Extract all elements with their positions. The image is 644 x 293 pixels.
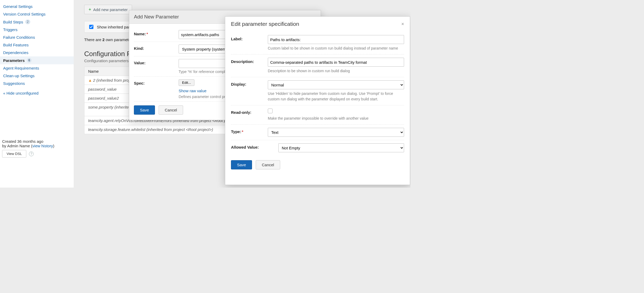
sidebar-item-cleanup[interactable]: Clean-up Settings xyxy=(0,72,74,80)
created-meta: Created 36 months ago by Admin Name (vie… xyxy=(2,139,71,148)
spec-type-label: Type:* xyxy=(231,128,268,134)
warning-icon: ▲ xyxy=(88,78,92,82)
app-root: General Settings Version Control Setting… xyxy=(0,0,410,188)
spec-label-hint: Custom label to be shown in custom run b… xyxy=(268,46,404,51)
sidebar-item-parameters[interactable]: Parameters 6 xyxy=(0,56,74,64)
spec-desc-label: Description: xyxy=(231,58,268,64)
spec-display-label: Display: xyxy=(231,80,268,86)
spec-label-input[interactable] xyxy=(268,35,404,44)
value-label: Value: xyxy=(134,59,179,65)
view-history-link[interactable]: view history xyxy=(32,144,53,148)
add-cancel-button[interactable]: Cancel xyxy=(159,105,183,115)
spec-edit-button[interactable]: Edit... xyxy=(179,79,194,86)
spec-cancel-button[interactable]: Cancel xyxy=(256,160,280,169)
badge-build-steps: 2 xyxy=(25,19,30,24)
spec-type-select[interactable]: Text xyxy=(268,128,404,137)
show-raw-value-link[interactable]: Show raw value xyxy=(179,89,207,93)
spec-label-label: Label: xyxy=(231,35,268,41)
close-icon[interactable]: × xyxy=(401,21,404,27)
sidebar-item-failure[interactable]: Failure Conditions xyxy=(0,33,74,41)
view-dsl-button[interactable]: View DSL xyxy=(2,150,26,158)
help-icon[interactable]: ? xyxy=(29,152,34,156)
dsl-row: View DSL ? xyxy=(2,150,34,158)
spec-display-select[interactable]: Normal xyxy=(268,80,404,89)
spec-label: Spec: xyxy=(134,79,179,85)
sidebar-item-dependencies[interactable]: Dependencies xyxy=(0,49,74,56)
spec-allowed-label: Allowed Value: xyxy=(231,143,278,149)
sidebar: General Settings Version Control Setting… xyxy=(0,0,74,188)
show-inherited-checkbox[interactable] xyxy=(89,25,93,29)
sidebar-item-build-steps[interactable]: Build Steps 2 xyxy=(0,18,74,26)
badge-parameters: 6 xyxy=(27,58,32,63)
sidebar-item-vcs[interactable]: Version Control Settings xyxy=(0,10,74,18)
kind-label: Kind: xyxy=(134,45,179,51)
plus-icon: + xyxy=(89,7,91,12)
spec-allowed-select[interactable]: Not Empty xyxy=(278,143,404,152)
sidebar-item-triggers[interactable]: Triggers xyxy=(0,26,74,33)
spec-readonly-label: Read-only: xyxy=(231,109,268,115)
sidebar-item-agent-req[interactable]: Agent Requirements xyxy=(0,64,74,72)
spec-readonly-hint: Make the parameter impossible to overrid… xyxy=(268,116,404,121)
spec-readonly-checkbox[interactable] xyxy=(268,109,273,113)
add-parameter-button[interactable]: + Add new parameter xyxy=(84,5,132,14)
name-label: Name:* xyxy=(134,30,179,36)
spec-display-hint: Use 'Hidden' to hide parameter from cust… xyxy=(268,91,404,102)
sidebar-item-build-features[interactable]: Build Features xyxy=(0,41,74,49)
spec-desc-hint: Description to be shown in custom run bu… xyxy=(268,68,404,74)
spec-save-button[interactable]: Save xyxy=(231,160,252,169)
sidebar-item-suggestions[interactable]: Suggestions xyxy=(0,80,74,87)
spec-desc-input[interactable] xyxy=(268,58,404,67)
hide-unconfigured-link[interactable]: « Hide unconfigured xyxy=(3,91,71,95)
sidebar-item-general[interactable]: General Settings xyxy=(0,3,74,10)
spec-modal-title: Edit parameter specification xyxy=(231,21,299,27)
add-save-button[interactable]: Save xyxy=(134,105,155,115)
edit-spec-modal: Edit parameter specification × Label: Cu… xyxy=(225,16,410,185)
